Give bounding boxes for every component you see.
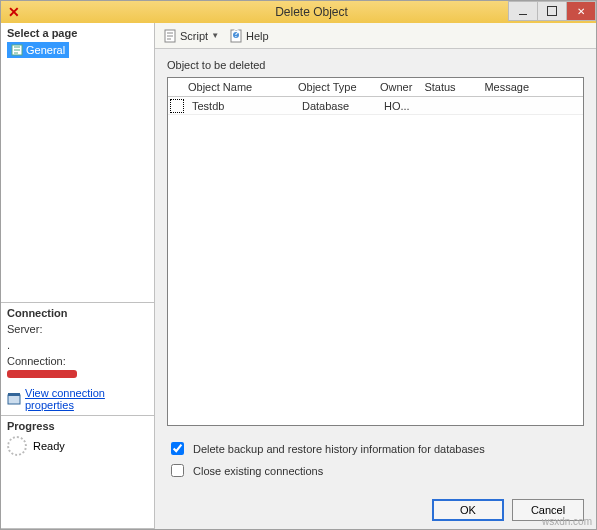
dialog-window: ✕ Delete Object Select a page General Co…: [0, 0, 597, 530]
sidebar: Select a page General Connection Server:…: [1, 23, 155, 529]
title-bar[interactable]: ✕ Delete Object: [1, 1, 596, 23]
help-button[interactable]: ? Help: [229, 29, 269, 43]
watermark: wsxdn.com: [542, 516, 592, 527]
properties-icon: [7, 392, 21, 406]
cell-object-type: Database: [296, 98, 378, 114]
page-icon: [11, 44, 23, 56]
script-icon: [163, 29, 177, 43]
toolbar: Script ▼ ? Help: [155, 23, 596, 49]
select-a-page-label: Select a page: [7, 27, 148, 39]
col-object-type[interactable]: Object Type: [292, 78, 374, 96]
cell-object-name: Testdb: [186, 98, 296, 114]
close-icon[interactable]: ✕: [1, 1, 27, 23]
server-value: .: [7, 339, 148, 351]
col-status[interactable]: Status: [418, 78, 478, 96]
maximize-button[interactable]: [537, 1, 567, 21]
minimize-button[interactable]: [508, 1, 538, 21]
sidebar-item-label: General: [26, 44, 65, 56]
main-panel: Script ▼ ? Help Object to be deleted Obj…: [155, 23, 596, 529]
cell-message: [478, 104, 583, 108]
row-selector-icon[interactable]: [170, 99, 184, 113]
select-a-page-panel: Select a page General: [1, 23, 154, 303]
connection-label: Connection:: [7, 355, 148, 367]
progress-panel: Progress Ready: [1, 416, 154, 529]
connection-header: Connection: [7, 307, 148, 319]
object-to-be-deleted-label: Object to be deleted: [167, 59, 584, 71]
help-label: Help: [246, 30, 269, 42]
objects-grid[interactable]: Object Name Object Type Owner Status Mes…: [167, 77, 584, 426]
close-existing-connections-checkbox[interactable]: Close existing connections: [167, 461, 584, 480]
svg-rect-2: [8, 393, 20, 396]
sidebar-item-general[interactable]: General: [7, 42, 69, 58]
view-connection-properties-link[interactable]: View connection properties: [7, 387, 148, 411]
help-icon: ?: [229, 29, 243, 43]
script-label: Script: [180, 30, 208, 42]
connection-panel: Connection Server: . Connection: View co…: [1, 303, 154, 416]
col-owner[interactable]: Owner: [374, 78, 418, 96]
script-button[interactable]: Script ▼: [163, 29, 219, 43]
progress-header: Progress: [7, 420, 148, 432]
close-existing-connections-label: Close existing connections: [193, 465, 323, 477]
dialog-button-row: OK Cancel: [155, 491, 596, 529]
close-existing-connections-input[interactable]: [171, 464, 184, 477]
svg-rect-1: [8, 395, 20, 404]
connection-properties-label: View connection properties: [25, 387, 148, 411]
cell-status: [418, 104, 478, 108]
col-message[interactable]: Message: [478, 78, 583, 96]
cell-owner: HO...: [378, 98, 418, 114]
chevron-down-icon: ▼: [211, 31, 219, 40]
grid-header: Object Name Object Type Owner Status Mes…: [168, 78, 583, 97]
svg-text:?: ?: [233, 29, 239, 39]
col-object-name[interactable]: Object Name: [182, 78, 292, 96]
connection-value-redacted: [7, 370, 77, 378]
progress-status: Ready: [33, 440, 65, 452]
progress-spinner-icon: [7, 436, 27, 456]
close-button[interactable]: [566, 1, 596, 21]
server-label: Server:: [7, 323, 148, 335]
table-row[interactable]: Testdb Database HO...: [168, 97, 583, 115]
delete-backup-history-checkbox[interactable]: Delete backup and restore history inform…: [167, 439, 584, 458]
delete-backup-history-label: Delete backup and restore history inform…: [193, 443, 485, 455]
ok-button[interactable]: OK: [432, 499, 504, 521]
delete-backup-history-input[interactable]: [171, 442, 184, 455]
